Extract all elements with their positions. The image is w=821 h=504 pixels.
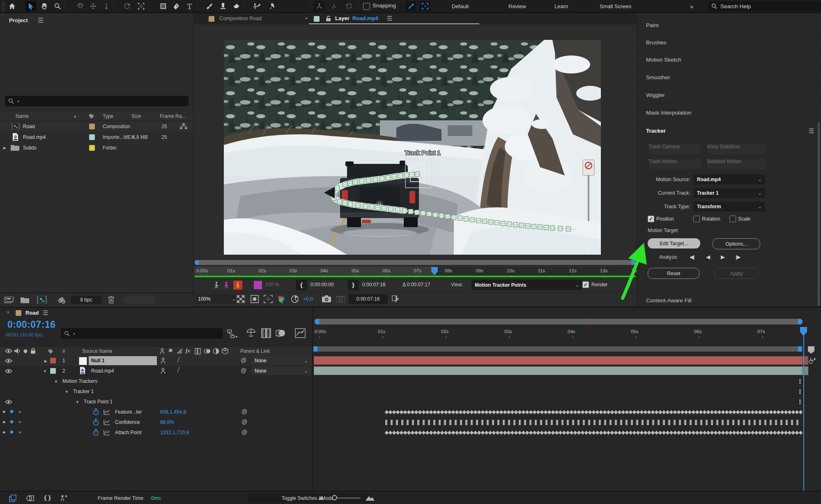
apply-button[interactable]: Apply: [714, 268, 759, 279]
roto-brush-tool[interactable]: [251, 1, 262, 11]
next-keyframe-icon[interactable]: ▶: [19, 430, 22, 434]
interpret-footage-icon[interactable]: [4, 297, 14, 304]
keyframe-bar[interactable]: [786, 420, 788, 425]
type-tool[interactable]: [184, 1, 195, 11]
property-value[interactable]: 1232,1,710,8: [160, 430, 189, 435]
track-type-dropdown[interactable]: Transform⌄: [694, 202, 765, 212]
collapse-arrow-icon[interactable]: ▼: [43, 369, 47, 373]
keyframe-bar[interactable]: [663, 420, 665, 425]
reset-button[interactable]: Reset: [648, 268, 699, 279]
rectangle-tool[interactable]: [158, 1, 168, 11]
snapping-checkbox[interactable]: [363, 3, 370, 10]
scrollbar-left-handle[interactable]: [195, 260, 199, 265]
timeline-panel-menu-icon[interactable]: ☰: [43, 309, 48, 317]
graph-toggle-icon[interactable]: [103, 430, 110, 435]
column-type[interactable]: Type: [103, 113, 113, 119]
home-icon[interactable]: [7, 1, 17, 11]
current-track-dropdown[interactable]: Tracker 1⌄: [694, 188, 765, 198]
keyframe-bar[interactable]: [524, 420, 526, 425]
lock-column-icon[interactable]: [30, 348, 36, 354]
panel-tab-smoother[interactable]: Smoother: [637, 69, 821, 86]
group-label[interactable]: Motion Trackers: [62, 378, 97, 384]
frame-blend-column-icon[interactable]: [195, 348, 201, 354]
prev-keyframe-icon[interactable]: ◀: [2, 420, 5, 424]
viewer-panel-menu-icon[interactable]: ☰: [387, 15, 392, 22]
track-motion-button[interactable]: Track Motion: [649, 159, 701, 169]
panel-tab-mask-interpolation[interactable]: Mask Interpolation: [637, 104, 821, 122]
panel-tab-paint[interactable]: Paint: [637, 17, 821, 34]
parent-pickwhip-icon[interactable]: @: [241, 367, 246, 374]
workspace-overflow-chevron[interactable]: »: [686, 0, 697, 12]
keyframe-bar[interactable]: [508, 420, 510, 425]
comp-marker-icon[interactable]: [807, 346, 815, 354]
rotation-checkbox[interactable]: [693, 216, 700, 222]
project-item-name[interactable]: Solids: [23, 145, 37, 151]
keyframe-bar[interactable]: [674, 420, 676, 425]
keyframe-bar[interactable]: [444, 420, 446, 425]
composition-mini-flowchart-icon[interactable]: [227, 329, 239, 338]
keyframe-bar[interactable]: [652, 420, 654, 425]
channel-settings-icon[interactable]: [277, 295, 286, 304]
timeline-zoom-slider[interactable]: [329, 497, 361, 499]
group-row-track-point1[interactable]: ▼ Track Point 1: [0, 397, 312, 407]
motion-path-icon[interactable]: [214, 281, 219, 289]
layer-name[interactable]: Road.mp4: [91, 368, 114, 374]
keyframe-at-time-icon[interactable]: ◆: [10, 419, 14, 424]
transparency-grid-icon[interactable]: [237, 295, 245, 303]
keyframe-bar[interactable]: [743, 420, 745, 425]
exposure-icon[interactable]: [291, 295, 299, 303]
magnification-dropdown[interactable]: 100%⌄: [195, 294, 239, 304]
pen-tool[interactable]: [171, 1, 182, 11]
video-canvas[interactable]: H Track: [224, 40, 601, 255]
options-button[interactable]: Options...: [713, 238, 760, 249]
draft-3d-icon[interactable]: [246, 328, 256, 338]
quality-value[interactable]: 100 %: [265, 282, 279, 288]
property-label[interactable]: Attach Point: [115, 430, 142, 435]
collapse-arrow-icon[interactable]: ▼: [54, 380, 58, 384]
motion-blur-icon[interactable]: [275, 328, 286, 338]
keyframe-bar[interactable]: [748, 420, 750, 425]
mask-visibility-icon[interactable]: [251, 295, 259, 303]
keyframe-bar[interactable]: [780, 420, 782, 425]
eye-icon[interactable]: [5, 368, 12, 374]
flowchart-icon[interactable]: [180, 123, 187, 130]
current-time-field[interactable]: 0:00:07:16: [348, 294, 388, 304]
panel-tab-motion-sketch[interactable]: Motion Sketch: [637, 51, 821, 69]
motion-source-dropdown[interactable]: Road.mp4⌄: [694, 175, 765, 184]
work-area-bar[interactable]: [313, 346, 802, 352]
keyframe-bar[interactable]: [439, 420, 441, 425]
keyframe-at-time-icon[interactable]: ◆: [10, 408, 14, 414]
project-row-roadmp4[interactable]: Road.mp4 Importe...MEX 4,8 MB 25: [0, 132, 193, 143]
keyframe-bar[interactable]: [401, 420, 403, 425]
trash-icon[interactable]: [108, 296, 115, 304]
graph-editor-icon[interactable]: [295, 328, 306, 338]
orbit-camera-tool[interactable]: [75, 1, 85, 11]
keyframe-bar[interactable]: [540, 420, 542, 425]
project-panel-menu-icon[interactable]: ☰: [38, 16, 44, 24]
out-point-value[interactable]: 0:00:07:16: [362, 282, 386, 288]
new-composition-icon[interactable]: [37, 296, 47, 304]
sort-ascending-icon[interactable]: ▲: [73, 114, 77, 118]
in-point-icon[interactable]: ❴: [296, 280, 307, 290]
in-out-columns-icon[interactable]: ❴❵: [43, 494, 51, 502]
project-row-road[interactable]: Road Composition 25: [0, 121, 193, 132]
tab-composition[interactable]: Composition Road: [219, 16, 262, 21]
snap-beyond-edges-toggle[interactable]: [420, 1, 430, 11]
keyframe-bar[interactable]: [428, 420, 430, 425]
column-size[interactable]: Size: [131, 113, 141, 119]
frame-blending-icon[interactable]: [261, 328, 271, 338]
keyframe-bar[interactable]: [636, 420, 638, 425]
property-label[interactable]: Confidence: [115, 419, 140, 425]
navigator-end-handle[interactable]: [798, 319, 803, 324]
view-dropdown[interactable]: Motion Tracker Points⌄: [471, 280, 582, 290]
keyframe-bar[interactable]: [513, 420, 515, 425]
prev-keyframe-icon[interactable]: ◀: [2, 410, 5, 414]
keyframes-feature-center[interactable]: [385, 410, 804, 415]
render-time-icon[interactable]: [60, 495, 68, 502]
world-axis-mode[interactable]: [329, 1, 339, 11]
property-row-confidence[interactable]: ◀ ◆ ▶ Confidence 88,6% @: [0, 417, 312, 428]
column-hash[interactable]: #: [62, 348, 65, 354]
snapshot-camera-icon[interactable]: [322, 295, 331, 302]
next-keyframe-icon[interactable]: ▶: [19, 410, 22, 414]
keyframe-bar[interactable]: [497, 420, 499, 425]
